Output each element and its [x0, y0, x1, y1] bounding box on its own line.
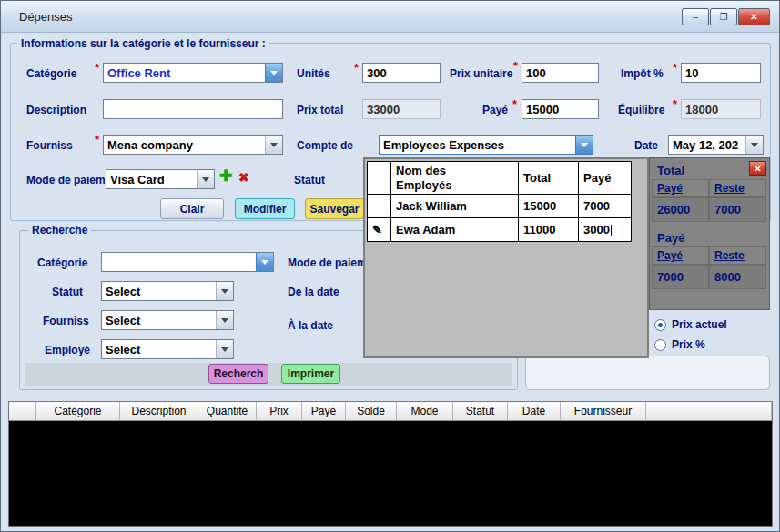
dropdown-button[interactable]	[265, 64, 282, 82]
date-picker[interactable]: May 12, 202	[668, 135, 764, 155]
delete-mode-icon[interactable]: ✖	[238, 171, 249, 184]
statut-label: Statut	[294, 174, 325, 186]
categorie-label: Catégorie	[26, 67, 76, 80]
paye-header[interactable]: Payé	[579, 162, 632, 195]
impot-label: Impôt %	[621, 67, 664, 80]
paye-cell[interactable]: 7000	[579, 195, 632, 218]
row-selector[interactable]	[368, 195, 391, 218]
total-cell[interactable]: 15000	[519, 195, 579, 218]
paye-cell[interactable]: 3000	[579, 218, 632, 242]
employee-name-header[interactable]: Nom des Employés	[391, 162, 519, 195]
clair-button[interactable]: Clair	[160, 198, 224, 219]
mode-paiement-value: Visa Card	[106, 170, 197, 188]
categorie-select[interactable]: Office Rent	[103, 63, 283, 83]
column-header[interactable]: Date	[508, 402, 561, 421]
dropdown-button[interactable]	[745, 136, 763, 154]
dropdown-button[interactable]	[575, 136, 593, 154]
summary-paye-label: Payé	[657, 231, 684, 245]
search-categorie-select[interactable]	[101, 252, 274, 272]
summary-paye-header: Payé	[652, 179, 709, 197]
unites-input[interactable]	[362, 63, 441, 83]
prix-unitaire-label: Prix unitaire	[450, 67, 512, 80]
chevron-down-icon	[221, 318, 228, 323]
required-marker: *	[513, 59, 518, 73]
modifier-button[interactable]: Modifier	[235, 198, 295, 219]
employee-name-cell[interactable]: Jack William	[391, 195, 519, 218]
column-header[interactable]: Catégorie	[36, 402, 120, 421]
imprimer-button[interactable]: Imprimer	[281, 364, 340, 384]
expenses-window: Dépenses – ❐ ✕ Informations sur la catég…	[0, 0, 780, 532]
search-employe-value: Select	[102, 340, 216, 358]
search-employe-select[interactable]: Select	[101, 339, 234, 359]
required-marker: *	[512, 97, 517, 111]
total-header[interactable]: Total	[519, 162, 579, 195]
prix-actuel-radio[interactable]	[654, 319, 666, 331]
summary-reste-header: Reste	[709, 246, 766, 265]
search-button-strip	[25, 363, 512, 386]
search-fourniss-select[interactable]: Select	[101, 310, 234, 330]
mode-paiement-label: Mode de paieme	[26, 174, 105, 186]
add-mode-icon[interactable]: ✚	[219, 168, 232, 184]
results-grid[interactable]: Catégorie Description Quantité Prix Payé…	[8, 401, 773, 527]
column-header[interactable]: Mode	[397, 402, 453, 421]
chevron-down-icon	[270, 71, 278, 75]
dropdown-button[interactable]	[256, 253, 273, 271]
compte-value: Employees Expenses	[380, 136, 575, 154]
prix-pct-radio-label[interactable]: Prix %	[672, 338, 705, 351]
column-header[interactable]: Prix	[257, 402, 302, 421]
equilibre-field	[681, 99, 761, 119]
column-header[interactable]: Solde	[346, 402, 397, 421]
dropdown-button[interactable]	[216, 311, 233, 329]
close-button[interactable]: ✕	[738, 8, 770, 25]
minimize-button[interactable]: –	[682, 8, 709, 25]
column-header[interactable]: Description	[120, 402, 198, 421]
equilibre-label: Équilibre	[618, 104, 664, 116]
description-input[interactable]	[103, 99, 283, 119]
compte-select[interactable]: Employees Expenses	[379, 135, 593, 155]
column-header[interactable]: Payé	[302, 402, 346, 421]
paye-input[interactable]	[522, 99, 599, 119]
fourniss-value: Mena company	[104, 136, 265, 154]
edit-pencil-icon: ✎	[372, 223, 382, 236]
search-statut-label: Statut	[52, 286, 83, 298]
employee-name-cell[interactable]: Ewa Adam	[391, 218, 519, 242]
summary-close-button[interactable]: ✕	[749, 161, 766, 176]
impot-input[interactable]	[681, 63, 761, 83]
recherche-group-title: Recherche	[28, 224, 91, 236]
required-marker: *	[354, 61, 359, 75]
de-la-date-label: De la date	[288, 286, 339, 298]
empty-panel	[525, 356, 770, 390]
maximize-button[interactable]: ❐	[710, 8, 737, 25]
categorie-value: Office Rent	[104, 64, 265, 82]
column-header[interactable]: Quantité	[198, 402, 257, 421]
unites-label: Unités	[297, 67, 330, 80]
dropdown-button[interactable]	[216, 340, 233, 358]
prix-unitaire-input[interactable]	[522, 63, 599, 83]
mode-paiement-select[interactable]: Visa Card	[106, 169, 215, 189]
search-statut-select[interactable]: Select	[101, 281, 234, 301]
employee-row[interactable]: Jack William 15000 7000	[368, 195, 632, 218]
fourniss-select[interactable]: Mena company	[103, 135, 283, 155]
summary-paye-paye-value: 7000	[652, 265, 709, 289]
dropdown-button[interactable]	[216, 282, 233, 300]
chevron-down-icon	[581, 143, 588, 147]
employee-row[interactable]: ✎ Ewa Adam 11000 3000	[368, 218, 632, 242]
fourniss-label: Fourniss	[26, 139, 73, 152]
search-fourniss-label: Fourniss	[43, 315, 89, 327]
search-categorie-label: Catégorie	[37, 256, 87, 269]
recherch-button[interactable]: Recherch	[208, 364, 268, 384]
summary-paye-table: Payé Reste 7000 8000	[652, 246, 766, 289]
close-icon: ✕	[754, 164, 761, 174]
column-header[interactable]: Fournisseur	[561, 402, 646, 421]
dropdown-button[interactable]	[265, 136, 282, 154]
column-header[interactable]: Statut	[453, 402, 508, 421]
row-selector[interactable]: ✎	[368, 218, 391, 242]
sauvegarder-button[interactable]: Sauvegar	[305, 198, 364, 219]
total-cell[interactable]: 11000	[519, 218, 579, 242]
prix-pct-radio[interactable]	[654, 339, 666, 351]
search-statut-value: Select	[102, 282, 216, 300]
employee-payments-popup: Nom des Employés Total Payé Jack William…	[363, 157, 649, 358]
prix-actuel-radio-label[interactable]: Prix actuel	[672, 318, 727, 331]
titlebar[interactable]: Dépenses – ❐ ✕	[1, 1, 779, 33]
dropdown-button[interactable]	[197, 170, 214, 188]
